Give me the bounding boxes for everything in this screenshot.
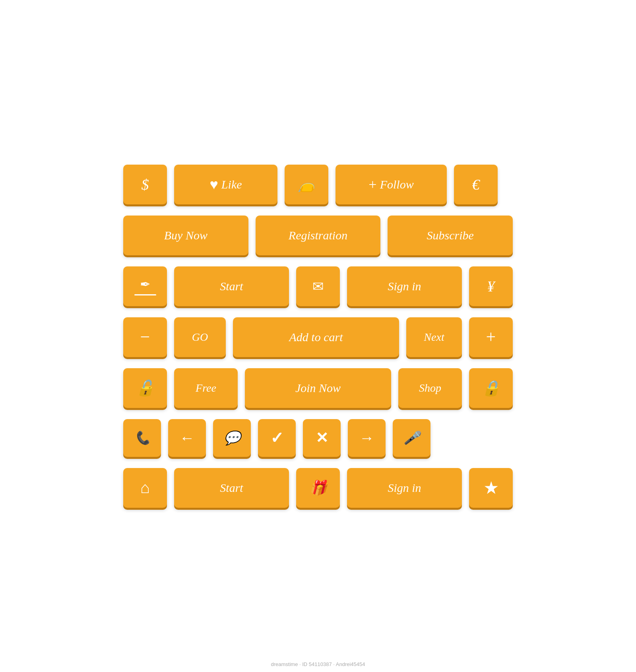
plus-follow-icon: + <box>368 176 376 193</box>
free-label: Free <box>196 382 216 394</box>
buy-now-button[interactable]: Buy Now <box>123 216 248 255</box>
dollar-button[interactable]: $ <box>123 165 167 204</box>
follow-label: Follow <box>380 178 414 191</box>
lock-open-icon: 🔓 <box>136 379 155 397</box>
shop-label: Shop <box>419 382 441 394</box>
yen-button[interactable]: ¥ <box>469 266 513 306</box>
email-button[interactable]: ✉ <box>296 266 340 306</box>
row-6: 📞 ← 💬 ✓ ✕ → 🎤 <box>123 419 513 457</box>
plus-icon: + <box>486 328 496 346</box>
watermark: dreamstime · ID 54110387 · Andrei45454 <box>271 661 365 667</box>
phone-icon: 📞 <box>134 430 150 445</box>
row-1: $ ♥ Like 👝 + Follow € <box>123 165 513 204</box>
start2-button[interactable]: Start <box>174 468 289 508</box>
join-now-button[interactable]: Join Now <box>245 368 391 408</box>
minus-icon: − <box>140 328 150 346</box>
chat-button[interactable]: 💬 <box>213 419 251 457</box>
dollar-icon: $ <box>142 176 149 193</box>
buy-now-label: Buy Now <box>164 229 207 242</box>
row-7: ⌂ Start 🎁 Sign in ★ <box>123 468 513 508</box>
join-now-label: Join Now <box>295 381 341 395</box>
right-arrow-icon: → <box>359 429 374 447</box>
start-button[interactable]: Start <box>174 266 289 306</box>
gift-button[interactable]: 🎁 <box>296 468 340 508</box>
sign-in2-label: Sign in <box>388 481 421 495</box>
lock-open-button[interactable]: 🔓 <box>123 368 167 408</box>
gift-icon: 🎁 <box>309 480 327 496</box>
row-5: 🔓 Free Join Now Shop 🔒 <box>123 368 513 408</box>
microphone-icon: 🎤 <box>404 430 420 445</box>
microphone-button[interactable]: 🎤 <box>393 419 430 457</box>
registration-label: Registration <box>289 229 347 242</box>
next-button[interactable]: Next <box>406 317 462 357</box>
euro-button[interactable]: € <box>454 165 498 204</box>
follow-button[interactable]: + Follow <box>335 165 447 204</box>
subscribe-label: Subscribe <box>427 229 474 242</box>
pen-button[interactable]: ✒ <box>123 266 167 306</box>
lock-icon: 🔒 <box>482 379 500 397</box>
add-to-cart-label: Add to cart <box>289 330 343 344</box>
pen-icon: ✒ <box>134 277 156 295</box>
close-button[interactable]: ✕ <box>303 419 341 457</box>
checkmark-icon: ✓ <box>270 429 284 447</box>
like-label: Like <box>221 178 242 191</box>
email-icon: ✉ <box>312 278 324 294</box>
start2-label: Start <box>220 481 243 495</box>
euro-icon: € <box>472 176 480 193</box>
start-label: Start <box>220 280 243 293</box>
right-arrow-button[interactable]: → <box>348 419 386 457</box>
shop-button[interactable]: Shop <box>398 368 462 408</box>
wallet-icon: 👝 <box>298 177 315 192</box>
registration-button[interactable]: Registration <box>256 216 381 255</box>
sign-in-button[interactable]: Sign in <box>347 266 462 306</box>
phone-button[interactable]: 📞 <box>123 419 161 457</box>
chat-icon: 💬 <box>224 430 240 446</box>
home-button[interactable]: ⌂ <box>123 468 167 508</box>
lock-button[interactable]: 🔒 <box>469 368 513 408</box>
minus-button[interactable]: − <box>123 317 167 357</box>
heart-icon: ♥ <box>209 176 218 193</box>
like-button[interactable]: ♥ Like <box>174 165 277 204</box>
back-arrow-icon: ← <box>180 429 195 447</box>
star-icon: ★ <box>483 478 499 498</box>
check-button[interactable]: ✓ <box>258 419 296 457</box>
go-label: GO <box>192 331 208 344</box>
star-button[interactable]: ★ <box>469 468 513 508</box>
sign-in2-button[interactable]: Sign in <box>347 468 462 508</box>
row-3: ✒ Start ✉ Sign in ¥ <box>123 266 513 306</box>
sign-in-label: Sign in <box>388 280 421 293</box>
home-icon: ⌂ <box>140 478 150 497</box>
row-4: − GO Add to cart Next + <box>123 317 513 357</box>
next-label: Next <box>424 331 444 344</box>
yen-icon: ¥ <box>487 278 495 295</box>
free-button[interactable]: Free <box>174 368 238 408</box>
subscribe-button[interactable]: Subscribe <box>388 216 513 255</box>
button-grid: $ ♥ Like 👝 + Follow € Buy Now Registrati… <box>99 149 537 524</box>
row-2: Buy Now Registration Subscribe <box>123 216 513 255</box>
add-to-cart-button[interactable]: Add to cart <box>233 317 399 357</box>
x-icon: ✕ <box>316 429 328 447</box>
back-button[interactable]: ← <box>168 419 206 457</box>
plus-button[interactable]: + <box>469 317 513 357</box>
wallet-button[interactable]: 👝 <box>285 165 328 204</box>
go-button[interactable]: GO <box>174 317 226 357</box>
